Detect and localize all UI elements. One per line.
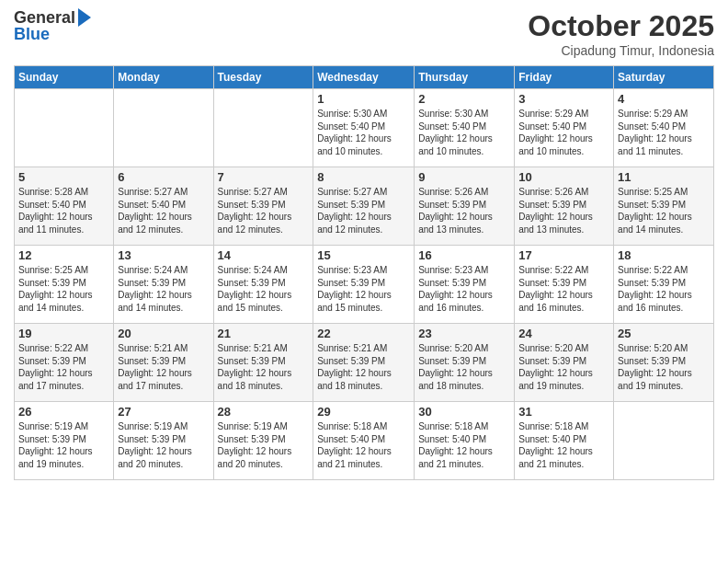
calendar-week-1: 1Sunrise: 5:30 AM Sunset: 5:40 PM Daylig… [15,89,714,167]
day-info: Sunrise: 5:22 AM Sunset: 5:39 PM Dayligh… [618,264,710,314]
day-info: Sunrise: 5:30 AM Sunset: 5:40 PM Dayligh… [317,108,410,157]
day-number: 5 [18,170,109,184]
day-info: Sunrise: 5:21 AM Sunset: 5:39 PM Dayligh… [118,342,209,392]
calendar-cell-w3-d2: 13Sunrise: 5:24 AM Sunset: 5:39 PM Dayli… [114,246,213,324]
calendar-cell-w1-d7: 4Sunrise: 5:29 AM Sunset: 5:40 PM Daylig… [614,89,714,167]
day-info: Sunrise: 5:30 AM Sunset: 5:40 PM Dayligh… [418,108,510,157]
day-info: Sunrise: 5:23 AM Sunset: 5:39 PM Dayligh… [418,264,510,314]
calendar-cell-w2-d4: 8Sunrise: 5:27 AM Sunset: 5:39 PM Daylig… [313,167,415,246]
day-info: Sunrise: 5:27 AM Sunset: 5:39 PM Dayligh… [317,186,410,236]
calendar-cell-w1-d5: 2Sunrise: 5:30 AM Sunset: 5:40 PM Daylig… [415,89,515,167]
day-info: Sunrise: 5:22 AM Sunset: 5:39 PM Dayligh… [18,342,109,392]
day-number: 20 [118,327,209,340]
calendar-cell-w5-d1: 26Sunrise: 5:19 AM Sunset: 5:39 PM Dayli… [15,402,114,480]
day-number: 3 [518,92,609,106]
day-info: Sunrise: 5:18 AM Sunset: 5:40 PM Dayligh… [418,420,510,470]
day-number: 17 [518,248,609,262]
calendar-cell-w2-d5: 9Sunrise: 5:26 AM Sunset: 5:39 PM Daylig… [415,167,515,246]
logo-blue: Blue [14,26,50,44]
calendar-cell-w2-d1: 5Sunrise: 5:28 AM Sunset: 5:40 PM Daylig… [15,167,114,246]
day-info: Sunrise: 5:29 AM Sunset: 5:40 PM Dayligh… [618,108,710,157]
calendar-cell-w3-d4: 15Sunrise: 5:23 AM Sunset: 5:39 PM Dayli… [313,246,415,324]
calendar-cell-w1-d6: 3Sunrise: 5:29 AM Sunset: 5:40 PM Daylig… [515,89,614,167]
day-info: Sunrise: 5:19 AM Sunset: 5:39 PM Dayligh… [118,420,209,470]
day-number: 2 [418,92,510,106]
header-sunday: Sunday [15,66,114,89]
calendar-cell-w1-d3 [213,89,313,167]
calendar-cell-w2-d3: 7Sunrise: 5:27 AM Sunset: 5:39 PM Daylig… [213,167,313,246]
calendar-cell-w5-d3: 28Sunrise: 5:19 AM Sunset: 5:39 PM Dayli… [213,402,313,480]
day-number: 25 [618,327,710,340]
logo: General Blue [14,9,91,44]
calendar-week-5: 26Sunrise: 5:19 AM Sunset: 5:39 PM Dayli… [15,402,714,480]
calendar-header-row: Sunday Monday Tuesday Wednesday Thursday… [15,66,714,89]
day-info: Sunrise: 5:19 AM Sunset: 5:39 PM Dayligh… [218,420,310,470]
calendar-cell-w4-d2: 20Sunrise: 5:21 AM Sunset: 5:39 PM Dayli… [114,324,213,402]
calendar-cell-w5-d5: 30Sunrise: 5:18 AM Sunset: 5:40 PM Dayli… [415,402,515,480]
calendar-cell-w4-d7: 25Sunrise: 5:20 AM Sunset: 5:39 PM Dayli… [614,324,714,402]
day-info: Sunrise: 5:18 AM Sunset: 5:40 PM Dayligh… [518,420,609,470]
calendar-cell-w3-d5: 16Sunrise: 5:23 AM Sunset: 5:39 PM Dayli… [415,246,515,324]
day-number: 15 [317,248,410,262]
calendar-cell-w4-d3: 21Sunrise: 5:21 AM Sunset: 5:39 PM Dayli… [213,324,313,402]
title-block: October 2025 Cipadung Timur, Indonesia [528,9,714,58]
calendar-cell-w3-d3: 14Sunrise: 5:24 AM Sunset: 5:39 PM Dayli… [213,246,313,324]
day-info: Sunrise: 5:25 AM Sunset: 5:39 PM Dayligh… [18,264,109,314]
month-title: October 2025 [528,9,714,43]
calendar-cell-w1-d2 [114,89,213,167]
calendar-cell-w3-d6: 17Sunrise: 5:22 AM Sunset: 5:39 PM Dayli… [515,246,614,324]
day-number: 19 [18,327,109,340]
calendar-cell-w4-d6: 24Sunrise: 5:20 AM Sunset: 5:39 PM Dayli… [515,324,614,402]
calendar-table: Sunday Monday Tuesday Wednesday Thursday… [14,65,714,480]
calendar-cell-w4-d4: 22Sunrise: 5:21 AM Sunset: 5:39 PM Dayli… [313,324,415,402]
day-number: 13 [118,248,209,262]
day-info: Sunrise: 5:24 AM Sunset: 5:39 PM Dayligh… [118,264,209,314]
day-number: 27 [118,405,209,419]
day-number: 9 [418,170,510,184]
day-number: 31 [518,405,609,419]
day-number: 26 [18,405,109,419]
day-info: Sunrise: 5:28 AM Sunset: 5:40 PM Dayligh… [18,186,109,236]
calendar-cell-w2-d6: 10Sunrise: 5:26 AM Sunset: 5:39 PM Dayli… [515,167,614,246]
day-number: 12 [18,248,109,262]
header-thursday: Thursday [415,66,515,89]
day-info: Sunrise: 5:22 AM Sunset: 5:39 PM Dayligh… [518,264,609,314]
day-info: Sunrise: 5:29 AM Sunset: 5:40 PM Dayligh… [518,108,609,157]
calendar-week-2: 5Sunrise: 5:28 AM Sunset: 5:40 PM Daylig… [15,167,714,246]
header-friday: Friday [515,66,614,89]
day-number: 29 [317,405,410,419]
day-number: 30 [418,405,510,419]
logo-arrow-icon [78,8,91,27]
calendar-cell-w3-d1: 12Sunrise: 5:25 AM Sunset: 5:39 PM Dayli… [15,246,114,324]
header-tuesday: Tuesday [213,66,313,89]
day-number: 8 [317,170,410,184]
day-number: 22 [317,327,410,340]
header-monday: Monday [114,66,213,89]
calendar-cell-w4-d5: 23Sunrise: 5:20 AM Sunset: 5:39 PM Dayli… [415,324,515,402]
day-info: Sunrise: 5:25 AM Sunset: 5:39 PM Dayligh… [618,186,710,236]
day-info: Sunrise: 5:26 AM Sunset: 5:39 PM Dayligh… [518,186,609,236]
day-number: 18 [618,248,710,262]
day-number: 1 [317,92,410,106]
page-container: General Blue October 2025 Cipadung Timur… [0,0,728,563]
day-number: 24 [518,327,609,340]
day-number: 14 [218,248,310,262]
calendar-cell-w2-d2: 6Sunrise: 5:27 AM Sunset: 5:40 PM Daylig… [114,167,213,246]
day-number: 21 [218,327,310,340]
location-subtitle: Cipadung Timur, Indonesia [528,43,714,58]
day-info: Sunrise: 5:26 AM Sunset: 5:39 PM Dayligh… [418,186,510,236]
day-info: Sunrise: 5:18 AM Sunset: 5:40 PM Dayligh… [317,420,410,470]
day-number: 10 [518,170,609,184]
calendar-cell-w5-d6: 31Sunrise: 5:18 AM Sunset: 5:40 PM Dayli… [515,402,614,480]
calendar-cell-w5-d4: 29Sunrise: 5:18 AM Sunset: 5:40 PM Dayli… [313,402,415,480]
header: General Blue October 2025 Cipadung Timur… [14,9,714,58]
day-info: Sunrise: 5:27 AM Sunset: 5:40 PM Dayligh… [118,186,209,236]
calendar-cell-w5-d2: 27Sunrise: 5:19 AM Sunset: 5:39 PM Dayli… [114,402,213,480]
day-number: 28 [218,405,310,419]
day-info: Sunrise: 5:20 AM Sunset: 5:39 PM Dayligh… [518,342,609,392]
header-saturday: Saturday [614,66,714,89]
day-info: Sunrise: 5:20 AM Sunset: 5:39 PM Dayligh… [418,342,510,392]
calendar-cell-w3-d7: 18Sunrise: 5:22 AM Sunset: 5:39 PM Dayli… [614,246,714,324]
calendar-week-4: 19Sunrise: 5:22 AM Sunset: 5:39 PM Dayli… [15,324,714,402]
day-info: Sunrise: 5:23 AM Sunset: 5:39 PM Dayligh… [317,264,410,314]
